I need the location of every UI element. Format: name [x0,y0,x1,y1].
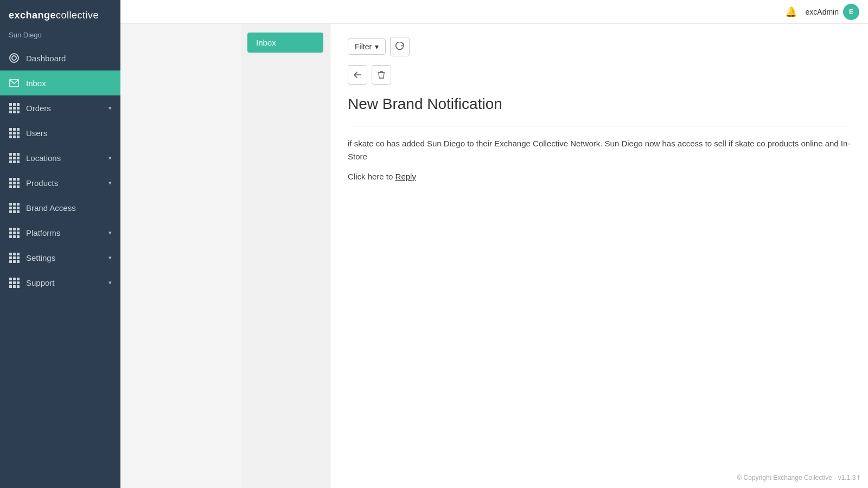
chevron-down-icon-platforms: ▾ [108,229,112,236]
sidebar-label-brand-access: Brand Access [26,203,76,213]
location-label: Sun Diego [0,29,120,46]
logo-exchange: exchange [9,10,56,21]
back-arrow-icon [354,72,361,78]
sidebar-item-platforms[interactable]: Platforms ▾ [0,220,120,245]
sidebar-item-locations[interactable]: Locations ▾ [0,145,120,170]
dashboard-icon [9,53,20,63]
grid-icon-support [9,277,20,288]
chevron-down-icon: ▾ [108,105,112,112]
message-actions [348,65,851,85]
sidebar-label-support: Support [26,278,55,287]
main-content: Inbox Filter ▾ [241,24,868,488]
sidebar-item-settings[interactable]: Settings ▾ [0,245,120,270]
refresh-icon [395,42,404,51]
sidebar: exchangecollective Sun Diego Dashboard I… [0,0,120,488]
chevron-down-icon-support: ▾ [108,279,112,286]
notification-bell-icon[interactable]: 🔔 [785,6,797,18]
chevron-down-icon-locations: ▾ [108,155,112,162]
refresh-button[interactable] [390,37,410,56]
sidebar-item-brand-access[interactable]: Brand Access [0,195,120,220]
sidebar-label-products: Products [26,178,58,188]
top-header: 🔔 excAdmin E [120,0,868,24]
inbox-list-panel: Inbox [241,24,330,488]
sidebar-item-users[interactable]: Users [0,120,120,145]
inbox-icon [9,78,20,88]
sidebar-label-inbox: Inbox [26,79,46,88]
trash-icon [378,70,385,79]
back-button[interactable] [348,65,367,85]
version-text: © Copyright Exchange Collective - v1.1.3… [737,474,859,481]
grid-icon-products [9,177,20,188]
message-view: Filter ▾ New Brand Notif [330,24,868,488]
message-divider [348,126,851,126]
chevron-down-icon-settings: ▾ [108,254,112,261]
reply-prefix: Click here to [348,172,395,181]
grid-icon-brand-access [9,202,20,213]
message-body: if skate co has added Sun Diego to their… [348,137,851,163]
grid-icon-locations [9,152,20,163]
sidebar-label-settings: Settings [26,253,55,262]
reply-link[interactable]: Reply [395,172,416,181]
delete-button[interactable] [372,65,391,85]
sidebar-label-platforms: Platforms [26,228,60,237]
sidebar-label-orders: Orders [26,104,51,113]
sidebar-item-inbox[interactable]: Inbox [0,70,120,95]
footer: © Copyright Exchange Collective - v1.1.3… [737,474,859,481]
filter-button[interactable]: Filter ▾ [348,38,386,55]
message-reply: Click here to Reply [348,172,851,181]
sidebar-item-dashboard[interactable]: Dashboard [0,46,120,70]
logo-collective: collective [56,10,99,21]
sidebar-item-products[interactable]: Products ▾ [0,170,120,195]
chevron-down-icon-filter: ▾ [375,42,379,51]
grid-icon-settings [9,252,20,263]
sidebar-item-support[interactable]: Support ▾ [0,270,120,295]
grid-icon-platforms [9,227,20,238]
message-toolbar: Filter ▾ [348,37,851,56]
user-menu[interactable]: excAdmin E [806,4,859,20]
inbox-button[interactable]: Inbox [247,33,323,53]
sidebar-nav: Dashboard Inbox Orders ▾ Users [0,46,120,488]
avatar: E [843,4,859,20]
filter-label: Filter [355,42,372,51]
app-logo: exchangecollective [0,0,120,29]
message-title: New Brand Notification [348,95,851,113]
grid-icon-orders [9,102,20,113]
username-label: excAdmin [806,8,839,16]
chevron-down-icon-products: ▾ [108,179,112,187]
sidebar-label-users: Users [26,129,47,138]
sidebar-item-orders[interactable]: Orders ▾ [0,95,120,120]
sidebar-label-locations: Locations [26,153,61,163]
grid-icon-users [9,127,20,138]
sidebar-label-dashboard: Dashboard [26,54,66,63]
